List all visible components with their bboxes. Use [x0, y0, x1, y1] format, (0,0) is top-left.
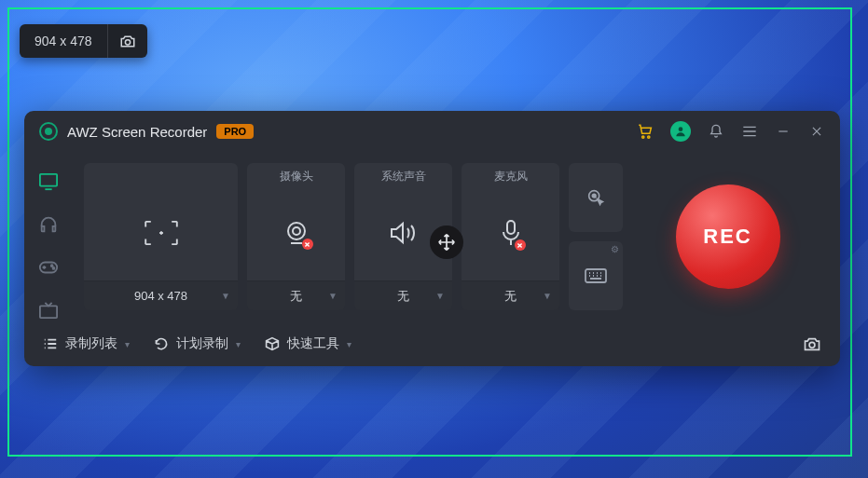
- svg-point-13: [592, 194, 596, 198]
- minimize-button[interactable]: [775, 123, 792, 140]
- cart-icon: [637, 123, 654, 140]
- svg-point-0: [125, 39, 130, 44]
- system-audio-toggle[interactable]: [390, 221, 418, 245]
- game-mode-tab[interactable]: [37, 256, 60, 279]
- titlebar: AWZ Screen Recorder PRO: [24, 111, 840, 152]
- camera-panel: 摄像头 无▼: [247, 163, 345, 310]
- crop-region-button[interactable]: [144, 220, 179, 246]
- close-button[interactable]: [808, 123, 825, 140]
- overlay-dimensions: 904 x 478: [20, 24, 108, 58]
- keyboard-icon: [585, 268, 607, 283]
- chevron-down-icon: ▼: [435, 291, 445, 301]
- monitor-icon: [38, 172, 59, 191]
- selection-overlay-bar: 904 x 478: [20, 24, 147, 58]
- chevron-down-icon: ▾: [347, 339, 351, 349]
- microphone-toggle[interactable]: [500, 219, 522, 247]
- avatar-icon: [674, 125, 687, 138]
- chevron-down-icon: ▼: [328, 291, 338, 301]
- camera-label: 摄像头: [280, 169, 313, 185]
- tv-mode-tab[interactable]: [37, 299, 60, 321]
- svg-rect-4: [40, 174, 57, 186]
- recorder-window: AWZ Screen Recorder PRO: [24, 111, 840, 366]
- move-handle[interactable]: [430, 225, 463, 259]
- speaker-icon: [390, 221, 418, 245]
- svg-point-10: [293, 227, 300, 235]
- schedule-button[interactable]: 计划录制 ▾: [154, 335, 241, 352]
- camera-icon: [803, 336, 821, 352]
- recording-list-button[interactable]: 录制列表 ▾: [43, 335, 130, 352]
- cursor-click-icon: [586, 187, 606, 208]
- chevron-down-icon: ▾: [236, 339, 241, 349]
- disabled-badge: [515, 239, 526, 251]
- svg-point-9: [288, 223, 305, 239]
- area-panel: 904 x 478▼: [84, 163, 238, 310]
- app-title: AWZ Screen Recorder: [67, 124, 207, 140]
- system-audio-select[interactable]: 无▼: [354, 280, 452, 310]
- disabled-badge: [302, 239, 313, 250]
- audio-mode-tab[interactable]: [37, 213, 60, 236]
- svg-rect-11: [507, 221, 515, 234]
- mode-sidebar: [24, 152, 73, 321]
- gamepad-icon: [38, 260, 59, 275]
- svg-point-15: [809, 342, 815, 348]
- microphone-label: 麦克风: [494, 169, 528, 185]
- camera-select[interactable]: 无▼: [247, 280, 345, 310]
- refresh-icon: [154, 336, 169, 351]
- move-icon: [437, 233, 456, 252]
- close-icon: [810, 125, 823, 138]
- camera-icon: [119, 34, 136, 48]
- record-button[interactable]: REC: [676, 184, 780, 289]
- chevron-down-icon: ▼: [543, 291, 552, 301]
- list-icon: [43, 337, 58, 350]
- crop-icon: [144, 220, 179, 246]
- bottom-toolbar: 录制列表 ▾ 计划录制 ▾ 快速工具 ▾: [24, 321, 840, 366]
- gear-icon: ⚙: [611, 244, 619, 254]
- hamburger-icon: [742, 125, 757, 138]
- svg-point-7: [53, 267, 55, 269]
- app-logo: [39, 122, 58, 141]
- area-select[interactable]: 904 x 478▼: [84, 280, 238, 310]
- camera-toggle[interactable]: [283, 220, 310, 246]
- svg-rect-8: [40, 306, 57, 318]
- svg-point-2: [648, 136, 650, 138]
- bell-icon: [709, 124, 723, 139]
- screen-mode-tab[interactable]: [37, 171, 60, 193]
- box-icon: [265, 336, 280, 351]
- auto-click-button[interactable]: [569, 163, 623, 232]
- user-avatar[interactable]: [670, 121, 691, 142]
- tv-icon: [38, 301, 59, 320]
- svg-rect-14: [586, 269, 606, 282]
- quick-tools-button[interactable]: 快速工具 ▾: [265, 335, 351, 352]
- notifications-button[interactable]: [708, 123, 724, 140]
- overlay-screenshot-button[interactable]: [108, 24, 147, 58]
- chevron-down-icon: ▼: [221, 291, 230, 301]
- screenshot-button[interactable]: [803, 336, 821, 352]
- menu-button[interactable]: [741, 123, 758, 140]
- chevron-down-icon: ▾: [125, 339, 130, 349]
- svg-point-3: [679, 127, 683, 131]
- system-audio-label: 系统声音: [381, 169, 426, 185]
- pro-badge: PRO: [216, 124, 254, 139]
- headphones-icon: [38, 214, 59, 235]
- microphone-panel: 麦克风 无▼: [462, 163, 559, 310]
- minimize-icon: [777, 125, 790, 138]
- svg-point-1: [642, 136, 644, 138]
- cart-button[interactable]: [637, 123, 654, 140]
- keyboard-button[interactable]: ⚙: [569, 241, 623, 310]
- svg-point-6: [51, 265, 53, 266]
- microphone-select[interactable]: 无▼: [462, 280, 559, 310]
